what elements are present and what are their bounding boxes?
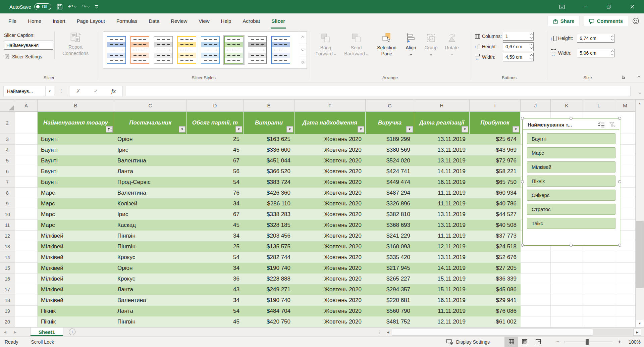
row-header-13[interactable]: 13 — [0, 241, 15, 252]
row-header-6[interactable]: 6 — [0, 166, 15, 177]
row-header-15[interactable]: 15 — [0, 263, 15, 274]
cell-K15[interactable] — [551, 263, 583, 274]
cell-L20[interactable] — [583, 316, 615, 327]
row-header-8[interactable]: 8 — [0, 188, 15, 198]
cell-I3[interactable]: $25 674 — [470, 134, 521, 145]
cell-B6[interactable]: Баунті — [38, 166, 114, 177]
cell-K19[interactable] — [551, 306, 583, 316]
cell-B18[interactable]: Мілківей — [38, 295, 114, 306]
resize-handle[interactable] — [521, 180, 524, 183]
cell-C10[interactable]: Ірис — [114, 209, 187, 220]
zoom-slider[interactable] — [564, 342, 613, 342]
cell-H12[interactable]: 11.11.2019 — [414, 231, 470, 241]
display-settings-button[interactable]: Display Settings — [446, 339, 490, 345]
cell-H4[interactable]: 13.11.2019 — [414, 145, 470, 155]
cell-F13[interactable]: Жовтень 2020 — [294, 241, 366, 252]
slicer-item-твікс[interactable]: Твікс — [527, 218, 615, 229]
cell-C7[interactable]: Прод-Сервіс — [114, 177, 187, 188]
cell-H17[interactable]: 15.11.2019 — [414, 284, 470, 295]
cell-C15[interactable]: Оріон — [114, 263, 187, 274]
cell-B11[interactable]: Марс — [38, 220, 114, 231]
cell-H9[interactable]: 11.11.2019 — [414, 198, 470, 209]
slicer-item-пікнік[interactable]: Пікнік — [527, 176, 615, 187]
row-header-5[interactable]: 5 — [0, 155, 15, 166]
cell-F15[interactable]: Жовтень 2020 — [294, 263, 366, 274]
cell-E11[interactable]: $328 185 — [244, 220, 294, 231]
scroll-up-button[interactable]: ▲ — [636, 100, 644, 107]
cell-I11[interactable]: $40 508 — [470, 220, 521, 231]
cell-A10[interactable] — [15, 209, 38, 220]
slicer-style-other-blue[interactable] — [270, 35, 291, 65]
ribbon-tab-insert[interactable]: Insert — [47, 13, 71, 29]
cell-I7[interactable]: $65 750 — [470, 177, 521, 188]
cell-D4[interactable]: 45 — [187, 145, 244, 155]
column-header-K[interactable]: K — [551, 100, 583, 111]
column-header-M[interactable]: M — [615, 100, 635, 111]
cell-H10[interactable]: 13.11.2019 — [414, 209, 470, 220]
cell-L17[interactable] — [583, 284, 615, 295]
cell-B9[interactable]: Марс — [38, 198, 114, 209]
cell-C18[interactable]: Валентина — [114, 295, 187, 306]
slicer-style-light-orange[interactable] — [129, 35, 151, 65]
cell-J16[interactable] — [521, 274, 551, 284]
cell-E17[interactable]: $249 271 — [244, 284, 294, 295]
spinner-arrows[interactable] — [611, 34, 613, 42]
cell-B15[interactable]: Мілківей — [38, 263, 114, 274]
cell-F20[interactable]: Жовтень 2020 — [294, 316, 366, 327]
slicer-style-light-blue[interactable] — [106, 35, 127, 65]
row-header-2[interactable]: 2 — [0, 112, 15, 134]
cell-H15[interactable]: 14.11.2019 — [414, 263, 470, 274]
cell-G19[interactable]: $560 790 — [366, 306, 414, 316]
cell-J18[interactable] — [521, 295, 551, 306]
cell-E6[interactable]: $366 520 — [244, 166, 294, 177]
row-header-7[interactable]: 7 — [0, 177, 15, 188]
slicer-item-марс[interactable]: Марс — [527, 147, 615, 158]
cell-A4[interactable] — [15, 145, 38, 155]
restore-button[interactable] — [597, 0, 621, 13]
slicer-item-мілківей[interactable]: Мілківей — [527, 161, 615, 172]
selection-pane-button[interactable]: Selection Pane — [372, 32, 401, 57]
row-header-14[interactable]: 14 — [0, 252, 15, 263]
cell-B16[interactable]: Мілківей — [38, 274, 114, 284]
cell-H16[interactable]: 15.11.2019 — [414, 274, 470, 284]
vertical-scrollbar-thumb[interactable] — [636, 221, 644, 288]
ribbon-display-options-button[interactable] — [550, 0, 574, 13]
column-header-H[interactable]: H — [414, 100, 470, 111]
cell-A15[interactable] — [15, 263, 38, 274]
cell-D11[interactable]: 45 — [187, 220, 244, 231]
cell-K18[interactable] — [551, 295, 583, 306]
cell-D8[interactable]: 76 — [187, 188, 244, 198]
ribbon-tab-home[interactable]: Home — [22, 13, 47, 29]
cell-D6[interactable]: 56 — [187, 166, 244, 177]
cell-C3[interactable]: Оріон — [114, 134, 187, 145]
scroll-right-button[interactable]: ▶ — [633, 329, 641, 336]
cell-G14[interactable]: $335 420 — [366, 252, 414, 263]
row-header-12[interactable]: 12 — [0, 231, 15, 241]
cell-C4[interactable]: Ірис — [114, 145, 187, 155]
formula-bar-resize-handle[interactable]: ⋮ — [59, 88, 63, 93]
expand-formula-bar-button[interactable] — [639, 89, 641, 95]
cell-C11[interactable]: Каскад — [114, 220, 187, 231]
share-button[interactable]: Share — [547, 16, 580, 26]
ribbon-tab-review[interactable]: Review — [165, 13, 193, 29]
previous-sheet-button[interactable]: ◀ — [0, 328, 10, 336]
cell-C13[interactable]: Пінгвін — [114, 241, 187, 252]
cell-L19[interactable] — [583, 306, 615, 316]
resize-handle[interactable] — [521, 244, 524, 247]
cell-E9[interactable]: $286 110 — [244, 198, 294, 209]
column-header-B[interactable]: B — [38, 100, 114, 111]
multi-select-icon[interactable] — [598, 122, 605, 128]
gallery-scroll-up-button[interactable] — [299, 32, 307, 44]
cell-B13[interactable]: Мілківей — [38, 241, 114, 252]
cell-G8[interactable]: $487 294 — [366, 188, 414, 198]
slicer-style-light-green[interactable] — [223, 35, 245, 65]
name-box[interactable]: Найменув... ▼ — [3, 86, 54, 96]
cell-H18[interactable]: 16.11.2019 — [414, 295, 470, 306]
cell-F11[interactable]: Жовтень 2020 — [294, 220, 366, 231]
cell-I14[interactable]: $52 676 — [470, 252, 521, 263]
cell-J17[interactable] — [521, 284, 551, 295]
column-header-L[interactable]: L — [583, 100, 615, 111]
column-header-I[interactable]: I — [470, 100, 521, 111]
cell-D9[interactable]: 34 — [187, 198, 244, 209]
cell-E20[interactable]: $420 750 — [244, 316, 294, 327]
